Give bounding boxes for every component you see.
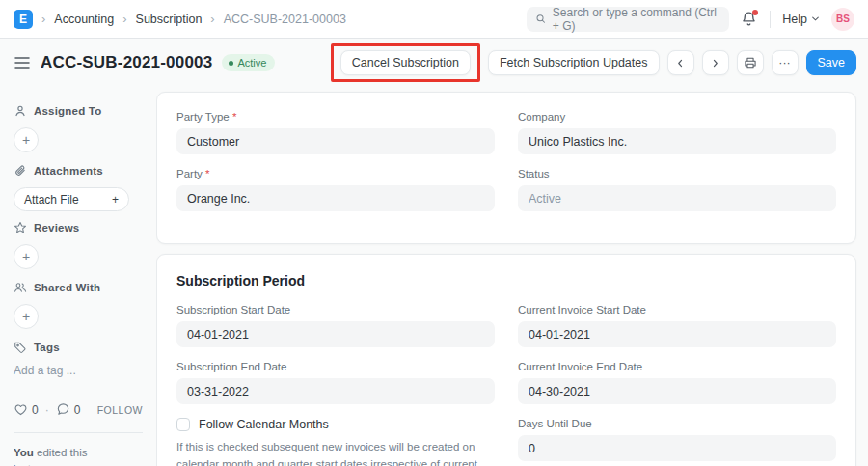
party-field: Party * Orange Inc.	[176, 168, 495, 211]
printer-icon	[744, 56, 757, 69]
follow-calendar-months-checkbox[interactable]: Follow Calendar Months	[176, 418, 495, 431]
status-label: Status	[518, 168, 836, 179]
chevron-right-icon: ›	[122, 12, 126, 26]
heart-icon[interactable]	[14, 402, 28, 417]
company-input[interactable]: Unico Plastics Inc.	[518, 128, 836, 154]
search-placeholder: Search or type a command (Ctrl + G)	[553, 6, 720, 33]
current-invoice-end-date-field: Current Invoice End Date 04-30-2021	[518, 361, 836, 404]
party-type-field: Party Type * Customer	[176, 111, 495, 154]
add-share-button[interactable]: +	[14, 304, 39, 329]
current-invoice-end-date-label: Current Invoice End Date	[518, 361, 836, 372]
days-until-due-field: Days Until Due 0	[518, 418, 836, 461]
divider	[770, 11, 771, 28]
notifications-bell-icon[interactable]	[741, 11, 758, 28]
add-assignment-button[interactable]: +	[14, 127, 39, 152]
divider	[14, 432, 143, 433]
required-asterisk: *	[205, 168, 209, 179]
page-actions: Cancel Subscription Fetch Subscription U…	[331, 43, 856, 82]
activity-entry: You edited this just now	[14, 445, 143, 466]
previous-document-button[interactable]	[667, 50, 694, 75]
subscription-end-date-label: Subscription End Date	[176, 361, 495, 372]
help-menu[interactable]: Help	[782, 13, 820, 26]
shared-with-section: Shared With	[14, 281, 143, 294]
subscription-start-date-field: Subscription Start Date 04-01-2021	[176, 304, 495, 347]
navbar-right: Search or type a command (Ctrl + G) Help…	[527, 7, 854, 32]
add-tag-input[interactable]: Add a tag ...	[14, 364, 143, 377]
section-title: Subscription Period	[176, 273, 836, 288]
star-icon	[14, 221, 27, 234]
print-button[interactable]	[737, 50, 764, 75]
days-until-due-input[interactable]: 0	[518, 435, 836, 461]
attachments-label: Attachments	[34, 165, 103, 177]
breadcrumb-subscription[interactable]: Subscription	[136, 13, 203, 26]
current-invoice-start-date-label: Current Invoice Start Date	[518, 304, 836, 315]
tags-section: Tags	[14, 341, 143, 354]
likes-count: 0	[32, 403, 39, 417]
company-field: Company Unico Plastics Inc.	[518, 111, 836, 154]
next-document-button[interactable]	[702, 50, 729, 75]
subscription-end-date-input[interactable]: 03-31-2022	[176, 378, 495, 404]
form-body: Party Type * Customer Party * Orange Inc…	[156, 87, 868, 466]
days-until-due-label: Days Until Due	[518, 418, 836, 429]
reviews-label: Reviews	[34, 222, 79, 233]
current-invoice-end-date-input[interactable]: 04-30-2021	[518, 378, 836, 404]
breadcrumb: E › Accounting › Subscription › ACC-SUB-…	[14, 10, 346, 29]
follow-calendar-months-label: Follow Calendar Months	[199, 418, 329, 431]
status-field: Status Active	[518, 168, 836, 211]
current-invoice-start-date-field: Current Invoice Start Date 04-01-2021	[518, 304, 836, 347]
chevron-left-icon	[675, 58, 686, 69]
company-label: Company	[518, 111, 836, 123]
current-invoice-start-date-input[interactable]: 04-01-2021	[518, 321, 836, 347]
plus-icon: +	[112, 193, 119, 206]
tags-label: Tags	[34, 342, 60, 353]
checkbox-icon	[176, 418, 190, 431]
user-avatar[interactable]: BS	[831, 8, 854, 31]
required-asterisk: *	[232, 111, 236, 123]
form-sidebar: Assigned To + Attachments Attach File + …	[0, 87, 156, 466]
breadcrumb-current: ACC-SUB-2021-00003	[224, 13, 346, 26]
party-type-input[interactable]: Customer	[176, 128, 495, 154]
attach-file-button[interactable]: Attach File +	[14, 187, 129, 211]
plus-icon: +	[22, 309, 30, 324]
app-window: E › Accounting › Subscription › ACC-SUB-…	[0, 0, 868, 466]
assigned-to-label: Assigned To	[34, 105, 101, 117]
chevron-right-icon: ›	[210, 12, 214, 26]
follow-button[interactable]: FOLLOW	[97, 404, 143, 416]
erpnext-logo-icon[interactable]: E	[14, 10, 33, 29]
party-input[interactable]: Orange Inc.	[176, 185, 495, 211]
status-badge-label: Active	[237, 57, 266, 69]
party-type-label: Party Type *	[176, 111, 495, 123]
comment-icon[interactable]	[56, 402, 70, 417]
activity-action: edited this	[37, 447, 87, 458]
tag-icon	[14, 341, 27, 354]
subscription-start-date-input[interactable]: 04-01-2021	[176, 321, 495, 347]
content: Assigned To + Attachments Attach File + …	[0, 87, 868, 466]
add-review-button[interactable]: +	[14, 244, 39, 269]
search-icon	[535, 13, 547, 25]
assigned-to-section: Assigned To	[14, 104, 143, 118]
paperclip-icon	[14, 164, 27, 178]
status-input: Active	[518, 185, 836, 211]
subscription-start-date-label: Subscription Start Date	[176, 304, 495, 315]
party-label: Party *	[176, 168, 495, 179]
annotation-highlight-box: Cancel Subscription	[331, 43, 480, 82]
status-badge: Active	[222, 54, 275, 71]
shared-with-label: Shared With	[34, 282, 100, 293]
ellipsis-icon: ···	[778, 56, 791, 69]
menu-ellipsis-button[interactable]: ···	[772, 50, 799, 75]
save-button[interactable]: Save	[806, 50, 857, 75]
sidebar-toggle-icon[interactable]	[14, 56, 31, 69]
global-search-input[interactable]: Search or type a command (Ctrl + G)	[527, 7, 729, 32]
breadcrumb-accounting[interactable]: Accounting	[54, 13, 114, 26]
cancel-subscription-button[interactable]: Cancel Subscription	[340, 50, 471, 75]
chevron-right-icon	[710, 58, 720, 69]
chevron-right-icon: ›	[41, 12, 45, 26]
reviews-section: Reviews	[14, 221, 143, 234]
attach-file-label: Attach File	[24, 193, 79, 206]
fetch-subscription-updates-button[interactable]: Fetch Subscription Updates	[488, 50, 660, 75]
status-dot-icon	[229, 61, 233, 66]
page-title: ACC-SUB-2021-00003	[41, 53, 212, 72]
chevron-down-icon	[811, 14, 820, 23]
plus-icon: +	[22, 249, 30, 264]
activity-actor: You	[14, 447, 34, 458]
